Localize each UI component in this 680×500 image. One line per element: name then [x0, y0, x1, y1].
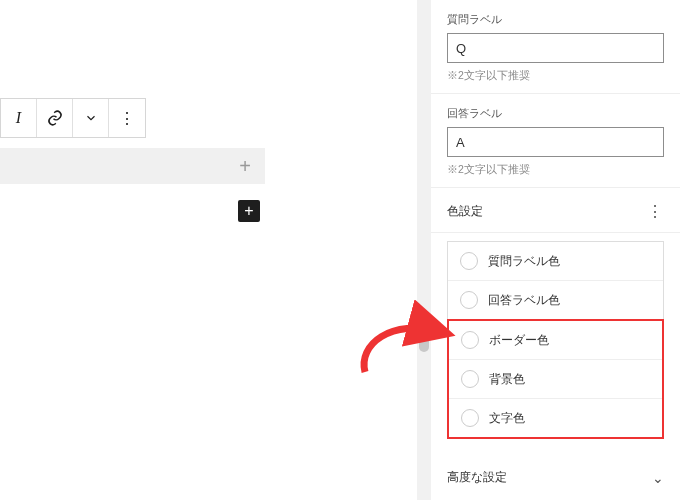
- answer-label-hint: ※2文字以下推奨: [447, 163, 664, 177]
- color-row-label: 背景色: [489, 371, 525, 388]
- block-inserter-button[interactable]: +: [238, 200, 260, 222]
- color-panel-title: 色設定: [447, 203, 483, 220]
- color-row-text[interactable]: 文字色: [449, 399, 662, 437]
- color-row-label: 回答ラベル色: [488, 292, 560, 309]
- color-swatch: [461, 370, 479, 388]
- color-panel-header[interactable]: 色設定: [431, 188, 680, 233]
- chevron-down-icon: [84, 111, 98, 125]
- editor-block[interactable]: +: [0, 148, 265, 184]
- advanced-settings-row[interactable]: 高度な設定 ⌄: [431, 453, 680, 500]
- answer-label-caption: 回答ラベル: [447, 106, 664, 121]
- italic-button[interactable]: I: [1, 99, 37, 137]
- color-swatch: [460, 291, 478, 309]
- color-swatch: [461, 331, 479, 349]
- link-icon: [46, 109, 64, 127]
- block-toolbar: I: [0, 98, 146, 138]
- app-root: I + + 質問ラベル ※2文字以下推奨 回答ラベル: [0, 0, 680, 500]
- color-settings-box: 質問ラベル色 回答ラベル色: [447, 241, 664, 320]
- color-swatch: [460, 252, 478, 270]
- color-settings-list: 質問ラベル色 回答ラベル色 ボーダー色 背景色 文字色: [431, 233, 680, 453]
- editor-canvas: I + +: [0, 0, 420, 500]
- question-label-hint: ※2文字以下推奨: [447, 69, 664, 83]
- settings-sidebar: 質問ラベル ※2文字以下推奨 回答ラベル ※2文字以下推奨 色設定 質問ラベル色: [430, 0, 680, 500]
- more-vertical-icon: [647, 202, 663, 221]
- toolbar-more-button[interactable]: [109, 99, 145, 137]
- color-row-label: 質問ラベル色: [488, 253, 560, 270]
- scrollbar-track: [417, 0, 431, 500]
- more-vertical-icon: [119, 109, 135, 128]
- scrollbar-thumb[interactable]: [419, 316, 429, 352]
- chevron-down-icon: ⌄: [652, 470, 664, 486]
- question-label-input[interactable]: [447, 33, 664, 63]
- answer-label-input[interactable]: [447, 127, 664, 157]
- block-append-plus-icon[interactable]: +: [239, 156, 251, 176]
- answer-label-section: 回答ラベル ※2文字以下推奨: [431, 94, 680, 188]
- link-button[interactable]: [37, 99, 73, 137]
- color-swatch: [461, 409, 479, 427]
- plus-icon: +: [244, 202, 253, 220]
- color-row-label: ボーダー色: [489, 332, 549, 349]
- color-row-question-label[interactable]: 質問ラベル色: [448, 242, 663, 281]
- color-row-border[interactable]: ボーダー色: [449, 321, 662, 360]
- question-label-section: 質問ラベル ※2文字以下推奨: [431, 0, 680, 94]
- question-label-caption: 質問ラベル: [447, 12, 664, 27]
- color-row-background[interactable]: 背景色: [449, 360, 662, 399]
- advanced-settings-title: 高度な設定: [447, 469, 507, 486]
- color-settings-highlighted-box: ボーダー色 背景色 文字色: [447, 319, 664, 439]
- color-panel-more-button[interactable]: [646, 202, 664, 220]
- dropdown-button[interactable]: [73, 99, 109, 137]
- color-row-answer-label[interactable]: 回答ラベル色: [448, 281, 663, 319]
- color-row-label: 文字色: [489, 410, 525, 427]
